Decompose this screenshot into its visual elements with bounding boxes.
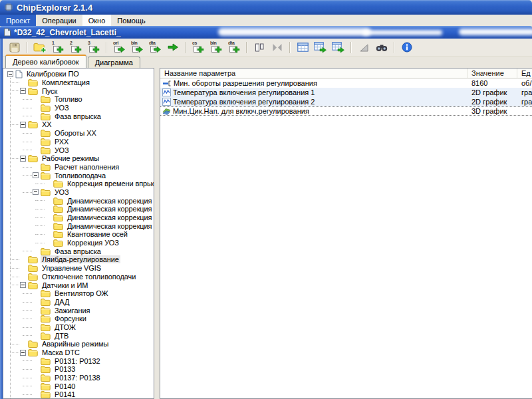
table-row[interactable]: Температура включения регулирования 22D … <box>160 97 532 106</box>
tree-item[interactable]: Топливо <box>3 95 154 104</box>
import-cs-button[interactable]: cs <box>190 39 207 55</box>
about-button[interactable] <box>398 39 416 55</box>
export-bin-button[interactable]: bin <box>128 39 146 55</box>
tree-item-label: Коррекция времени впрыска <box>66 180 154 188</box>
tree-item[interactable]: Форсунки <box>3 315 154 323</box>
tree-item[interactable]: Коррекция УОЗ <box>3 239 154 247</box>
tree-item-label: ДТОЖ <box>53 323 77 331</box>
tab-calibration-tree[interactable]: Дерево калибровок <box>5 55 86 68</box>
tree-item[interactable]: Комплектация <box>3 78 154 87</box>
tree-item-label: Ляибда-регулирование <box>41 255 120 263</box>
parameter-table-panel[interactable]: Название параметраЗначениеЕд Мин. оборот… <box>160 68 532 399</box>
tree-item[interactable]: Расчет наполнения <box>3 163 154 172</box>
tree-item[interactable]: P0141 <box>3 390 154 399</box>
tree-item[interactable]: Управление VGIS <box>3 264 154 273</box>
search-button[interactable] <box>373 39 390 55</box>
table-import-button[interactable] <box>330 39 347 55</box>
collapse-toggle-icon[interactable] <box>7 71 13 77</box>
tree-item[interactable]: Динамическая коррекция УОЗ 4 <box>3 221 154 230</box>
collapse-toggle-icon[interactable] <box>20 88 26 94</box>
add-project-button[interactable] <box>31 39 49 55</box>
tree-item[interactable]: РХХ <box>3 138 154 146</box>
table-row[interactable]: Мин.Цик.Нап. для включ.регулирования3D г… <box>160 106 532 116</box>
tree-item[interactable]: Коррекция времени впрыска <box>3 180 154 188</box>
add-file-2-button[interactable]: 2 <box>67 39 84 55</box>
collapse-toggle-icon[interactable] <box>20 282 26 288</box>
menu-item-window[interactable]: Окно <box>82 15 112 26</box>
table-row[interactable]: Температура включения регулирования 12D … <box>160 88 532 97</box>
export-button[interactable] <box>164 39 182 55</box>
table-header-row: Название параметраЗначениеЕд <box>160 68 532 78</box>
tree-item-label: Форсунки <box>53 315 88 323</box>
compare-files-button[interactable] <box>251 39 268 55</box>
tree-item[interactable]: Рабочие режимы <box>3 154 154 163</box>
toolbar-badge-label: ori <box>113 41 118 45</box>
toolbar-badge-label: 2 <box>70 41 72 45</box>
tree-item[interactable]: Зажигания <box>3 306 154 315</box>
tree-item[interactable]: УОЗ <box>3 188 154 197</box>
tree-item[interactable]: Динамическая коррекция УОЗ 1 <box>3 196 154 205</box>
tree-item[interactable]: Обороты ХХ <box>3 129 154 138</box>
tree-item[interactable]: Динамическая коррекция УОЗ 3 <box>3 213 154 222</box>
window-title: ChipExplorer 2.1.4 <box>17 3 92 13</box>
table-icon <box>297 43 309 52</box>
collapse-toggle-icon[interactable] <box>20 350 26 356</box>
tree-item-label: Динамическая коррекция УОЗ 2 <box>66 205 154 213</box>
tree-item[interactable]: Фаза впрыска <box>3 247 154 255</box>
tree-item[interactable]: Отключение топливоподачи <box>3 273 154 281</box>
menu-item-project[interactable]: Проект <box>0 15 36 26</box>
add-file-3-button[interactable]: 3 <box>85 39 102 55</box>
tree-item[interactable]: Квантование осей <box>3 230 154 239</box>
tree-item[interactable]: ХХ <box>3 120 154 129</box>
add-file-1-button[interactable]: 1 <box>49 39 66 55</box>
toolbar-badge-label: dta <box>228 41 235 45</box>
tree-item[interactable]: Маска DTC <box>3 348 154 357</box>
export-ori-button[interactable]: ori <box>110 39 128 55</box>
tree-item[interactable]: Ляибда-регулирование <box>3 255 154 264</box>
tree-item[interactable]: УОЗ <box>3 104 154 112</box>
import-dta-button[interactable]: dta <box>225 39 243 55</box>
title-bar: ChipExplorer 2.1.4 <box>0 0 532 15</box>
tree-item[interactable]: ДАД <box>3 298 154 307</box>
parameter-name: Температура включения регулирования 2 <box>173 98 315 106</box>
collapse-toggle-icon[interactable] <box>33 189 39 195</box>
tree-item[interactable]: Топливоподача <box>3 171 154 180</box>
tree-item[interactable]: P0131: P0132 <box>3 356 154 365</box>
table-export-button[interactable] <box>312 39 329 55</box>
tree-item[interactable]: P0140 <box>3 382 154 390</box>
collapse-toggle-icon[interactable] <box>20 122 26 128</box>
tree-item[interactable]: P0137: P0138 <box>3 374 154 382</box>
menu-item-help[interactable]: Помощь <box>111 15 152 26</box>
parameter-unit: об/ <box>517 79 532 87</box>
tree-item[interactable]: Пуск <box>3 86 154 95</box>
tree-item[interactable]: Динамическая коррекция УОЗ 2 <box>3 205 154 213</box>
collapse-toggle-icon[interactable] <box>20 156 26 162</box>
tab-diagram[interactable]: Диаграмма <box>88 57 140 68</box>
tree-item-label: Квантование осей <box>66 230 129 238</box>
open-table-button[interactable] <box>294 39 311 55</box>
tree-item[interactable]: УОЗ <box>3 146 154 154</box>
collapse-toggle-icon[interactable] <box>33 172 39 178</box>
tree-item[interactable]: ДТОЖ <box>3 323 154 332</box>
tree-item[interactable]: Вентилятор ОЖ <box>3 289 154 298</box>
tree-item[interactable]: ДТВ <box>3 331 154 340</box>
info-icon <box>402 42 412 53</box>
tree-item[interactable]: Калибровки ПО <box>3 70 154 78</box>
tree-item[interactable]: P0133 <box>3 365 154 374</box>
tree-item[interactable]: Датчики и ИМ <box>3 281 154 289</box>
export-dta-button[interactable]: dta <box>146 39 164 55</box>
menu-item-operations[interactable]: Операции <box>36 15 82 26</box>
tree-item-label: P0137: P0138 <box>53 374 102 382</box>
calibration-tree-panel[interactable]: Калибровки ПОКомплектацияПускТопливоУОЗФ… <box>3 68 154 399</box>
column-header[interactable]: Название параметра <box>160 68 467 78</box>
tree-item[interactable]: Аварийные режимы <box>3 340 154 348</box>
table-row[interactable]: Мин. обороты разрешения регулирования816… <box>160 78 532 88</box>
tree-item[interactable]: Фаза впрыска <box>3 112 154 120</box>
toolbar-separator <box>350 42 352 53</box>
folder-plus-icon <box>33 42 47 53</box>
tree-item-label: Вентилятор ОЖ <box>53 289 109 297</box>
import-bin-button[interactable]: bin <box>207 39 225 55</box>
column-header[interactable]: Ед <box>517 68 532 78</box>
column-header[interactable]: Значение <box>467 68 517 78</box>
parameter-value: 2D график <box>467 98 517 106</box>
